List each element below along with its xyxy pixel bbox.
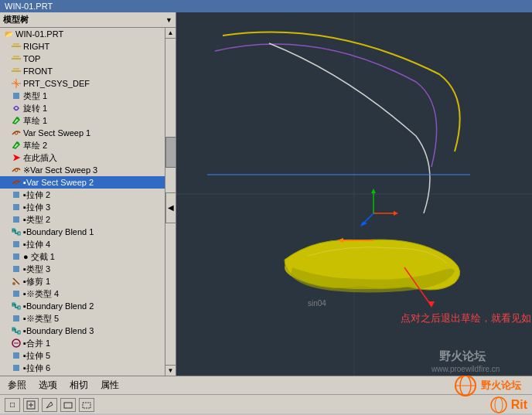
model-tree-panel: 模型树 ▼ 📂WIN-01.PRTRIGHTTOPFRONTPRT_CSYS_D… bbox=[0, 12, 176, 376]
tree-item-win01[interactable]: 📂WIN-01.PRT bbox=[0, 28, 176, 40]
panel-collapse-arrow[interactable]: ◀ bbox=[165, 192, 176, 223]
tree-header-controls: ▼ bbox=[165, 16, 172, 24]
tree-icon-right bbox=[11, 41, 22, 52]
svg-rect-62 bbox=[83, 403, 90, 408]
logo-area: 野火论坛 bbox=[453, 375, 521, 396]
tree-header-label: 模型树 bbox=[3, 14, 29, 26]
tree-icon-pull6 bbox=[11, 362, 22, 373]
toolbar-btn-5[interactable] bbox=[79, 398, 94, 412]
toolbar-label-properties[interactable]: 属性 bbox=[97, 379, 122, 392]
toolbar-btn-3[interactable] bbox=[42, 398, 57, 412]
svg-rect-33 bbox=[13, 352, 19, 359]
toolbar-label-reference[interactable]: 参照 bbox=[5, 379, 29, 392]
tree-item-varsweep2[interactable]: ▪Var Sect Sweep 2 bbox=[0, 176, 176, 189]
tree-label-pull2: ▪拉伸 2 bbox=[23, 189, 50, 201]
tree-item-trim1[interactable]: ▪修剪 1 bbox=[0, 275, 176, 287]
svg-text:sin04: sin04 bbox=[308, 299, 326, 308]
tree-icon-csys bbox=[11, 78, 22, 89]
tree-label-blend3: ▪Boundary Blend 3 bbox=[23, 326, 94, 335]
tree-item-csys[interactable]: PRT_CSYS_DEF bbox=[0, 77, 176, 90]
tree-label-blend2: ▪Boundary Blend 2 bbox=[23, 301, 94, 311]
tree-item-top[interactable]: TOP bbox=[0, 53, 176, 65]
tree-item-blend2[interactable]: ▪Boundary Blend 2 bbox=[0, 300, 176, 312]
tree-item-front[interactable]: FRONT bbox=[0, 65, 176, 77]
tree-icon-blend2 bbox=[11, 301, 22, 311]
toolbar-btn-1[interactable]: □ bbox=[5, 398, 20, 412]
tree-item-extend1[interactable]: ▪延伸 1 bbox=[0, 374, 176, 376]
viewport: 点对之后退出草绘，就看见如图。 sin04 野火论坛 www.proewildf… bbox=[176, 12, 532, 376]
tree-item-sketch1[interactable]: 草绘 1 bbox=[0, 114, 176, 127]
tree-item-sketch2[interactable]: 草绘 2 bbox=[0, 139, 176, 151]
toolbar-buttons-row: □ bbox=[0, 395, 532, 414]
tree-item-merge1[interactable]: ▪合并 1 bbox=[0, 337, 176, 349]
svg-rect-25 bbox=[13, 291, 19, 297]
tree-item-type5[interactable]: ▪※类型 5 bbox=[0, 312, 176, 325]
tree-icon-pull5 bbox=[11, 350, 22, 361]
tree-item-type2[interactable]: ▪类型 2 bbox=[0, 213, 176, 226]
rit-area: Rit bbox=[488, 396, 527, 413]
tree-item-right[interactable]: RIGHT bbox=[0, 40, 176, 53]
scroll-up-btn[interactable]: ▲ bbox=[165, 28, 176, 39]
toolbar-btn-2[interactable] bbox=[23, 398, 39, 412]
tree-item-type4[interactable]: ▪※类型 4 bbox=[0, 287, 176, 300]
tree-label-trim1: ▪修剪 1 bbox=[23, 276, 50, 287]
tree-icon-top bbox=[11, 53, 22, 64]
tree-item-blend1[interactable]: ▪Boundary Blend 1 bbox=[0, 226, 176, 238]
scroll-thumb[interactable] bbox=[165, 137, 176, 168]
toolbar-label-options[interactable]: 选项 bbox=[36, 379, 60, 392]
svg-text:野火论坛: 野火论坛 bbox=[439, 349, 486, 362]
tree-icon-insert: ➤ bbox=[11, 152, 22, 163]
tree-item-pull4[interactable]: ▪拉伸 4 bbox=[0, 238, 176, 250]
svg-rect-16 bbox=[13, 204, 19, 210]
tree-label-revolve1: 旋转 1 bbox=[23, 103, 47, 114]
tree-item-type1[interactable]: 类型 1 bbox=[0, 90, 176, 102]
svg-point-64 bbox=[495, 397, 503, 413]
tree-item-varsweep1[interactable]: Var Sect Sweep 1 bbox=[0, 127, 176, 139]
tree-label-merge1: ▪合并 1 bbox=[23, 338, 50, 349]
tree-label-pull3: ▪拉伸 3 bbox=[23, 202, 50, 213]
tree-item-revolve1[interactable]: 旋转 1 bbox=[0, 102, 176, 114]
tree-icon-type4 bbox=[11, 288, 22, 299]
svg-rect-17 bbox=[13, 216, 19, 223]
svg-rect-15 bbox=[13, 192, 19, 198]
toolbar-label-tangent[interactable]: 相切 bbox=[66, 379, 91, 392]
tree-icon-extend1 bbox=[11, 375, 22, 376]
svg-point-24 bbox=[12, 282, 15, 285]
tree-item-type3[interactable]: ▪类型 3 bbox=[0, 263, 176, 275]
tree-icon-type3 bbox=[11, 264, 22, 274]
title-text: WIN-01.PRT bbox=[5, 2, 53, 11]
tree-icon-blend1 bbox=[11, 226, 22, 237]
tree-icon-revolve1 bbox=[11, 103, 22, 114]
tree-icon-pull2 bbox=[11, 189, 22, 200]
tree-header: 模型树 ▼ bbox=[0, 12, 176, 28]
tree-label-sketch1: 草绘 1 bbox=[23, 115, 47, 127]
svg-rect-34 bbox=[13, 365, 19, 371]
bottom-toolbar: 参照 选项 相切 属性 野火论坛 □ bbox=[0, 376, 532, 413]
tree-item-pull2[interactable]: ▪拉伸 2 bbox=[0, 189, 176, 201]
tree-icon-type2 bbox=[11, 214, 22, 225]
tree-label-blend1: ▪Boundary Blend 1 bbox=[23, 227, 94, 236]
svg-rect-61 bbox=[64, 403, 72, 408]
viewport-svg: 点对之后退出草绘，就看见如图。 sin04 野火论坛 www.proewildf… bbox=[176, 12, 532, 376]
tree-icon-sketch2 bbox=[11, 140, 22, 151]
scroll-down-btn[interactable]: ▼ bbox=[165, 365, 176, 376]
tree-item-insert[interactable]: ➤在此插入 bbox=[0, 151, 176, 164]
app-window: WIN-01.PRT 模型树 ▼ 📂WIN-01.PRTRIGHTTOPFRON… bbox=[0, 0, 532, 401]
tree-item-blend3[interactable]: ▪Boundary Blend 3 bbox=[0, 325, 176, 337]
tree-icon-trim1 bbox=[11, 276, 22, 287]
svg-point-63 bbox=[491, 397, 506, 413]
tree-icon-front bbox=[11, 66, 22, 77]
tree-item-pull3[interactable]: ▪拉伸 3 bbox=[0, 201, 176, 213]
tree-item-pull5[interactable]: ▪拉伸 5 bbox=[0, 349, 176, 362]
tree-item-varsweep3[interactable]: ※Var Sect Sweep 3 bbox=[0, 164, 176, 176]
logo-text: 野火论坛 bbox=[481, 379, 521, 393]
toolbar-btn-4[interactable] bbox=[60, 398, 76, 412]
svg-rect-28 bbox=[13, 315, 19, 321]
tree-label-intersect1: ● 交截 1 bbox=[23, 251, 55, 263]
tree-label-type2: ▪类型 2 bbox=[23, 214, 50, 226]
tree-item-intersect1[interactable]: ● 交截 1 bbox=[0, 250, 176, 263]
svg-text:www.proewildfire.cn: www.proewildfire.cn bbox=[431, 365, 500, 373]
tree-scroll[interactable]: 📂WIN-01.PRTRIGHTTOPFRONTPRT_CSYS_DEF类型 1… bbox=[0, 28, 176, 376]
tree-item-pull6[interactable]: ▪拉伸 6 bbox=[0, 362, 176, 374]
tree-icon-pull3 bbox=[11, 202, 22, 213]
